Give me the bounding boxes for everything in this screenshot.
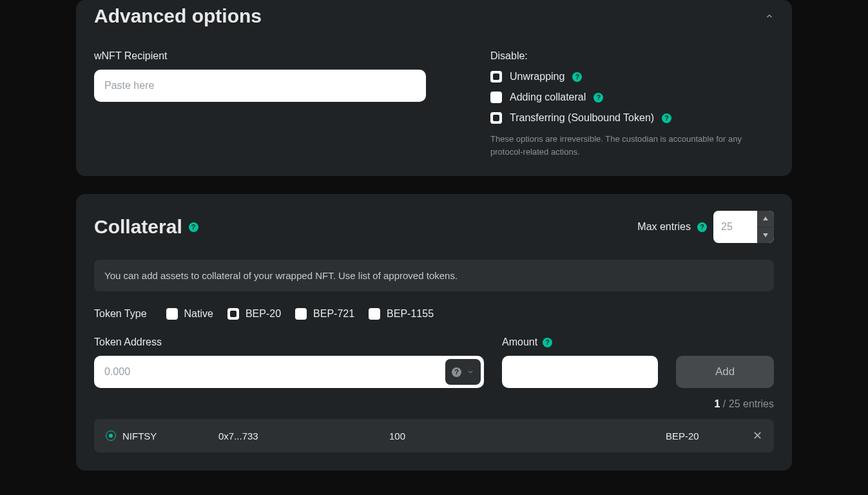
help-icon[interactable]: ? <box>189 222 198 232</box>
entries-sep: / <box>720 398 728 409</box>
token-type-bep721[interactable]: BEP-721 <box>295 308 354 320</box>
remove-entry-button[interactable]: ✕ <box>749 429 762 443</box>
advanced-header[interactable]: Advanced options <box>94 5 774 27</box>
svg-marker-1 <box>763 233 768 237</box>
unwrapping-checkbox[interactable] <box>490 71 502 82</box>
max-entries-group: Max entries ? 25 <box>637 211 774 243</box>
amount-label-text: Amount <box>502 336 537 348</box>
bep1155-label: BEP-1155 <box>387 308 434 320</box>
token-address-input[interactable] <box>94 356 484 388</box>
max-entries-value[interactable]: 25 <box>713 211 757 243</box>
disable-label: Disable: <box>490 50 774 62</box>
bep721-checkbox[interactable] <box>295 308 307 320</box>
bep20-label: BEP-20 <box>246 308 281 320</box>
help-icon[interactable]: ? <box>662 113 671 123</box>
collateral-title: Collateral ? <box>94 216 198 238</box>
transferring-label: Transferring (Soulbound Token) <box>510 112 654 124</box>
bep721-label: BEP-721 <box>313 308 354 320</box>
svg-marker-0 <box>763 217 768 220</box>
amount-label: Amount ? <box>502 336 658 348</box>
advanced-note: These options are irreversible. The cust… <box>490 133 761 158</box>
collateral-entry-row: NIFTSY 0x7...733 100 BEP-20 ✕ <box>94 419 774 452</box>
token-type-row: Token Type Native BEP-20 BEP-721 BEP-115… <box>94 308 774 320</box>
help-icon[interactable]: ? <box>572 72 582 82</box>
token-type-bep20[interactable]: BEP-20 <box>227 308 281 320</box>
adding-collateral-label: Adding collateral <box>510 92 586 103</box>
native-checkbox[interactable] <box>166 308 178 320</box>
disable-unwrapping-row: Unwrapping ? <box>490 71 774 82</box>
max-entries-stepper: 25 <box>713 211 774 243</box>
chevron-down-icon <box>467 368 474 376</box>
entries-count: 1 / 25 entries <box>94 398 774 410</box>
chevron-up-icon[interactable] <box>765 12 774 21</box>
entry-address: 0x7...733 <box>218 431 389 442</box>
stepper-up-button[interactable] <box>757 211 774 228</box>
token-unknown-icon: ? <box>452 367 461 377</box>
entries-total: 25 entries <box>729 398 774 409</box>
token-address-label: Token Address <box>94 336 484 348</box>
collateral-card: Collateral ? Max entries ? 25 You can ad… <box>76 194 792 471</box>
token-type-label: Token Type <box>94 308 147 320</box>
token-type-native[interactable]: Native <box>166 308 213 320</box>
native-label: Native <box>184 308 213 320</box>
token-select-button[interactable]: ? <box>445 359 481 385</box>
entry-symbol: NIFTSY <box>122 431 157 442</box>
adding-collateral-checkbox[interactable] <box>490 92 502 103</box>
help-icon[interactable]: ? <box>697 222 707 232</box>
token-type-bep1155[interactable]: BEP-1155 <box>369 308 434 320</box>
advanced-options-card: Advanced options wNFT Recipient Disable:… <box>76 0 792 176</box>
disable-adding-collateral-row: Adding collateral ? <box>490 92 774 103</box>
bep20-checkbox[interactable] <box>227 308 239 320</box>
disable-transferring-row: Transferring (Soulbound Token) ? <box>490 112 774 124</box>
recipient-label: wNFT Recipient <box>94 50 426 62</box>
entry-standard: BEP-20 <box>666 431 749 442</box>
max-entries-label: Max entries <box>637 221 691 233</box>
niftsy-token-icon <box>106 431 116 441</box>
entry-amount: 100 <box>389 431 666 442</box>
bep1155-checkbox[interactable] <box>369 308 380 320</box>
amount-input[interactable] <box>502 356 658 388</box>
unwrapping-label: Unwrapping <box>510 71 564 82</box>
collateral-info-banner: You can add assets to collateral of your… <box>94 260 774 291</box>
stepper-down-button[interactable] <box>757 228 774 244</box>
recipient-input[interactable] <box>94 70 426 102</box>
help-icon[interactable]: ? <box>543 338 552 347</box>
advanced-title: Advanced options <box>94 5 262 27</box>
collateral-title-text: Collateral <box>94 216 182 238</box>
transferring-checkbox[interactable] <box>490 112 502 124</box>
add-button[interactable]: Add <box>676 356 774 388</box>
help-icon[interactable]: ? <box>593 93 603 102</box>
